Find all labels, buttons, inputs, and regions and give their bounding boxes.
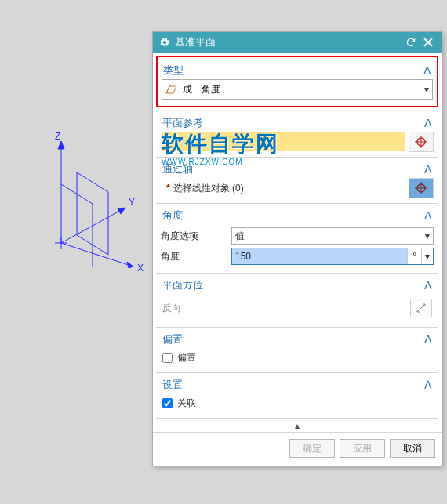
offset-checkbox[interactable] bbox=[162, 353, 173, 363]
section-settings-header[interactable]: 设置 ᐱ bbox=[161, 375, 434, 393]
chevron-down-icon: ▾ bbox=[425, 230, 430, 241]
offset-checkbox-row[interactable]: 偏置 bbox=[161, 348, 434, 368]
ok-button[interactable]: 确定 bbox=[289, 439, 335, 458]
angle-value: 150 bbox=[232, 251, 407, 262]
section-settings-label: 设置 bbox=[162, 378, 183, 392]
section-type-header[interactable]: 类型 ᐱ bbox=[162, 60, 433, 79]
section-angle-label: 角度 bbox=[162, 208, 183, 223]
type-highlight-box: 类型 ᐱ 成一角度 ▾ bbox=[156, 56, 438, 107]
chevron-up-icon: ᐱ bbox=[423, 64, 431, 77]
coordinate-system-widget: X Y Z bbox=[31, 125, 157, 282]
dialog-titlebar[interactable]: 基准平面 bbox=[153, 32, 442, 53]
gear-icon bbox=[159, 37, 170, 48]
chevron-up-icon: ᐱ bbox=[424, 163, 432, 176]
svg-marker-1 bbox=[127, 262, 133, 268]
axis-y-label: Y bbox=[129, 197, 135, 208]
collapse-all-bar[interactable]: ▴ bbox=[156, 418, 438, 432]
dialog-footer: 确定 应用 取消 bbox=[153, 432, 442, 466]
type-dropdown-value: 成一角度 bbox=[183, 83, 220, 96]
required-asterisk-icon: * bbox=[166, 183, 170, 194]
dialog-title: 基准平面 bbox=[175, 35, 216, 49]
datum-plane-dialog: 基准平面 类型 ᐱ 成一角度 ▾ 平面参考 bbox=[152, 31, 442, 466]
reverse-direction-label: 反向 bbox=[162, 302, 181, 315]
section-axis-header[interactable]: 通过轴 ᐱ bbox=[161, 159, 434, 178]
angle-option-value: 值 bbox=[235, 230, 245, 243]
section-type-label: 类型 bbox=[163, 63, 184, 78]
section-offset-header[interactable]: 偏置 ᐱ bbox=[161, 329, 434, 348]
section-axis-label: 通过轴 bbox=[162, 162, 193, 176]
chevron-up-icon: ᐱ bbox=[424, 379, 432, 391]
chevron-up-icon: ᐱ bbox=[424, 117, 432, 129]
section-planeref-header[interactable]: 平面参考 ᐱ bbox=[161, 113, 434, 132]
axis-selection-field[interactable]: * 选择线性对象 (0) bbox=[161, 178, 405, 198]
associative-checkbox[interactable] bbox=[162, 398, 173, 408]
angle-option-label: 角度选项 bbox=[161, 230, 231, 243]
svg-line-0 bbox=[61, 243, 133, 267]
section-orient-label: 平面方位 bbox=[162, 278, 203, 292]
chevron-up-icon: ᐱ bbox=[424, 279, 432, 292]
axis-x-label: X bbox=[137, 263, 144, 274]
axis-select-button[interactable] bbox=[409, 178, 434, 198]
chevron-up-icon: ▴ bbox=[295, 420, 300, 431]
angle-option-dropdown[interactable]: 值 ▾ bbox=[231, 227, 434, 245]
planeref-selection-field[interactable]: 软件自学网 WWW.RJZXW.COM bbox=[161, 132, 405, 152]
chevron-up-icon: ᐱ bbox=[424, 333, 432, 346]
svg-line-2 bbox=[61, 208, 125, 243]
section-offset-label: 偏置 bbox=[162, 332, 183, 346]
associative-checkbox-row[interactable]: 关联 bbox=[161, 393, 434, 413]
offset-checkbox-label: 偏置 bbox=[177, 351, 196, 364]
angle-value-label: 角度 bbox=[161, 250, 231, 263]
chevron-down-icon: ▾ bbox=[421, 248, 433, 264]
close-button[interactable] bbox=[420, 34, 437, 50]
section-orient-header[interactable]: 平面方位 ᐱ bbox=[161, 275, 434, 294]
angle-unit: ° bbox=[407, 248, 421, 264]
section-planeref-label: 平面参考 bbox=[162, 116, 203, 130]
svg-marker-5 bbox=[58, 141, 64, 149]
reverse-direction-button[interactable] bbox=[410, 299, 432, 317]
axis-selection-label: 选择线性对象 (0) bbox=[173, 182, 244, 195]
axis-z-label: Z bbox=[55, 131, 60, 142]
type-dropdown[interactable]: 成一角度 ▾ bbox=[162, 79, 433, 100]
section-angle-header[interactable]: 角度 ᐱ bbox=[161, 205, 434, 224]
apply-button[interactable]: 应用 bbox=[340, 439, 385, 458]
chevron-down-icon: ▾ bbox=[424, 84, 429, 95]
cancel-button[interactable]: 取消 bbox=[390, 439, 435, 458]
chevron-up-icon: ᐱ bbox=[424, 209, 432, 222]
angle-value-input[interactable]: 150 ° ▾ bbox=[231, 248, 434, 265]
svg-marker-3 bbox=[118, 208, 125, 214]
planeref-select-button[interactable] bbox=[409, 132, 434, 152]
associative-checkbox-label: 关联 bbox=[177, 397, 196, 410]
reset-button[interactable] bbox=[402, 34, 420, 50]
angle-plane-icon bbox=[165, 84, 178, 95]
